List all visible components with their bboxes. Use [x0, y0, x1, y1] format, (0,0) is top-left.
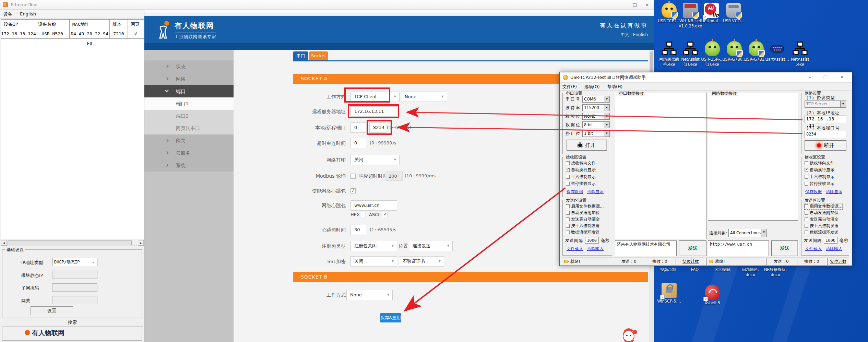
local-port-field[interactable]: 0 — [350, 122, 366, 133]
desktop-icon-810-test[interactable]: 810测试 — [710, 267, 736, 272]
protocol-type-select[interactable]: TCP Server — [805, 101, 846, 108]
ethernettool-titlebar[interactable]: EthernetTool – □ × — [0, 0, 654, 10]
cell-mac[interactable]: D4 AD 20 22 94 F0 — [70, 29, 110, 39]
clear-input-link[interactable]: 清除输入 — [587, 246, 604, 252]
recv-to-file-option[interactable]: 接收转向文件... — [805, 160, 838, 166]
checkbox-icon[interactable] — [566, 211, 570, 215]
clear-after-send-option[interactable]: 发送完自动清空 — [805, 216, 839, 222]
disconnect-button[interactable]: 断开 — [805, 140, 846, 151]
clear-after-send-option[interactable]: 发送完自动清空 — [566, 216, 600, 222]
save-data-link[interactable]: 保存数据 — [805, 189, 822, 195]
col-header-version[interactable]: 版本 — [110, 20, 128, 29]
network-data-receive-area[interactable]: 网络数据接收 — [708, 93, 798, 221]
maximize-button[interactable]: □ — [820, 73, 831, 81]
reconnect-field[interactable]: 0 — [350, 138, 366, 148]
subnet-field[interactable] — [52, 283, 97, 292]
menu-options[interactable]: 选项(O) — [584, 84, 600, 90]
menu-file[interactable]: 文件(F) — [562, 84, 577, 90]
desktop-icon-video-record[interactable]: 视频录制 — [655, 267, 681, 272]
language-switch[interactable]: 中文 | English — [621, 32, 648, 38]
checkbox-icon[interactable] — [805, 175, 808, 179]
sidebar-item-port[interactable]: 端口 — [144, 85, 234, 97]
col-header-mac[interactable]: MAC地址 — [70, 20, 110, 29]
desktop-icon-uartassist[interactable]: UartAssist... — [764, 41, 790, 62]
com-port-select[interactable]: COM6 — [582, 96, 610, 103]
sidebar-item-cloud[interactable]: 云服务 — [144, 147, 234, 159]
stop-bits-select[interactable]: 1 bit — [582, 130, 610, 137]
minimize-button[interactable]: – — [804, 73, 816, 81]
cell-version[interactable]: 7210 — [110, 29, 128, 39]
minimize-button[interactable]: – — [616, 1, 628, 9]
clear-display-link[interactable]: 清除显示 — [826, 189, 842, 195]
sidebar-item-port1[interactable]: 端口1 — [144, 97, 234, 110]
checkbox-icon[interactable] — [566, 217, 570, 221]
hex-checkbox[interactable] — [361, 212, 366, 217]
gateway-field[interactable] — [52, 296, 97, 304]
data-bits-select[interactable]: 8 bit — [582, 121, 610, 128]
checkbox-icon[interactable] — [805, 224, 808, 228]
scroll-right-icon[interactable]: ▶ — [138, 240, 144, 246]
checkbox-icon[interactable] — [566, 161, 570, 165]
auto-wrap-option[interactable]: 自动换行显示 — [566, 167, 596, 173]
scroll-left-icon[interactable]: ◀ — [1, 240, 7, 246]
tab-serial[interactable]: 串口 — [293, 51, 308, 60]
socket-b-work-mode-select[interactable]: None — [346, 290, 393, 300]
close-button[interactable]: × — [641, 1, 653, 9]
send-interval-field[interactable]: 1000 — [824, 237, 837, 244]
load-file-link[interactable]: 文件载入 — [567, 246, 583, 252]
horizontal-scrollbar[interactable]: ◀ ▶ — [1, 240, 144, 246]
pause-recv-option[interactable]: 暂停接收显示 — [566, 181, 596, 187]
desktop-icon-nb-doc[interactable]: NB疑难杂症.docx — [762, 267, 788, 278]
save-apply-button[interactable]: 保存&应用 — [380, 313, 401, 322]
desktop-icon-usr-vcom[interactable]: USR-VCO... — [721, 3, 747, 24]
heartbeat-time-field[interactable]: 30 — [350, 225, 366, 235]
cell-device-ip[interactable]: 172.16.13.124 — [1, 29, 35, 39]
auto-append-option[interactable]: 自动发送附加位 — [805, 210, 839, 216]
network-send-button[interactable]: 发送 — [771, 240, 798, 256]
scrollbar-thumb[interactable] — [8, 240, 132, 245]
set-button[interactable]: 设置 — [31, 306, 73, 315]
checkbox-icon[interactable] — [566, 204, 570, 208]
menu-device[interactable]: 设备 — [3, 11, 12, 17]
open-serial-button[interactable]: 打开 — [567, 140, 607, 151]
position-select[interactable]: 连接发送 — [409, 241, 453, 251]
parity-select[interactable]: NONE — [582, 113, 610, 120]
file-data-source-option[interactable]: 启用文件数据源... — [566, 203, 604, 209]
remote-port-field[interactable]: 8234 — [369, 122, 386, 133]
checkbox-checked-icon[interactable] — [805, 168, 808, 172]
tcp232-titlebar[interactable]: USR-TCP232-Test 串口转网络调试助手 – □ × — [560, 72, 852, 83]
net-reset-count[interactable]: 复位计数 — [827, 258, 849, 265]
connection-target-select[interactable]: All Connections — [728, 229, 767, 237]
sidebar-item-status[interactable]: 状态 — [144, 60, 234, 73]
desktop-icon-faq[interactable]: FAQ — [682, 267, 708, 272]
col-header-web[interactable]: 网页 — [128, 20, 144, 29]
checkbox-icon[interactable] — [805, 182, 808, 186]
network-send-input[interactable]: http://www.usr.cn — [708, 240, 769, 256]
clear-display-link[interactable]: 清除显示 — [587, 189, 604, 195]
serial-data-receive-area[interactable]: 串口数据接收 — [615, 93, 706, 239]
send-interval-field[interactable]: 1000 — [585, 237, 599, 244]
search-button[interactable]: 搜索 — [2, 318, 143, 327]
checkbox-icon[interactable] — [805, 231, 808, 234]
checkbox-icon[interactable] — [805, 211, 808, 215]
regpkt-select[interactable]: 注册包关闭 — [350, 241, 397, 251]
hex-send-option[interactable]: 按十六进制发送 — [805, 223, 839, 229]
checkbox-icon[interactable] — [566, 231, 570, 234]
recv-to-file-option[interactable]: 接收转向文件... — [566, 160, 599, 166]
file-data-source-option[interactable]: 启用文件数据源... — [805, 203, 842, 209]
local-port-number-field[interactable]: 8234 — [805, 131, 846, 138]
ip-type-select[interactable]: DHCP/动态IP — [52, 258, 97, 266]
checkbox-icon[interactable] — [566, 224, 570, 228]
desktop-icon-winscp[interactable]: ↗ WinSCP-5.... — [656, 283, 682, 304]
heartbeat-enable-checkbox[interactable] — [350, 188, 356, 193]
serial-send-button[interactable]: 发送 — [679, 240, 706, 256]
baud-rate-select[interactable]: 115200 — [582, 104, 610, 111]
cell-device-name[interactable]: USR-N520 — [35, 29, 70, 39]
maximize-button[interactable]: □ — [629, 1, 641, 9]
save-data-link[interactable]: 保存数据 — [567, 189, 583, 195]
serial-reset-count[interactable]: 复位计数 — [676, 258, 706, 265]
local-ip-field[interactable]: 172.16 .13 .11 — [805, 116, 846, 123]
modbus-checkbox[interactable] — [350, 174, 356, 179]
serial-send-input[interactable]: 济南有人物联网技术有限公司 — [615, 240, 677, 256]
modbus-timeout-field[interactable]: 200 — [385, 172, 403, 181]
